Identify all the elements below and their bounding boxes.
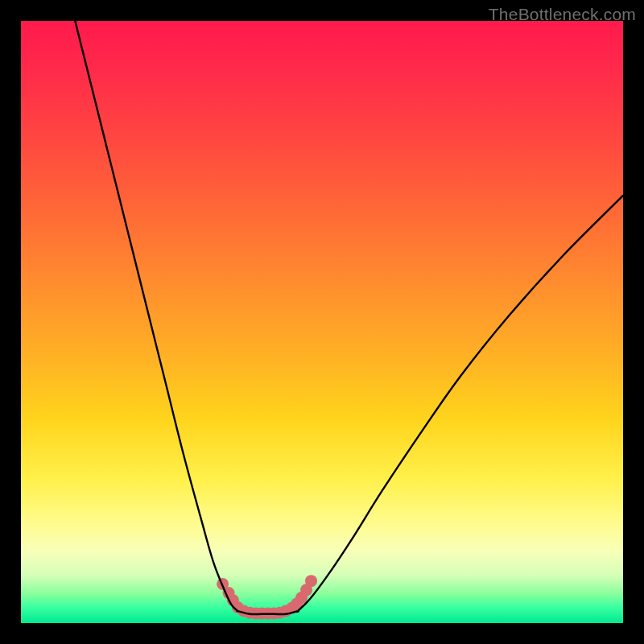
highlight-markers bbox=[217, 575, 317, 619]
watermark-text: TheBottleneck.com bbox=[489, 5, 636, 24]
marker-dot bbox=[305, 575, 317, 587]
bottleneck-curve bbox=[75, 21, 623, 614]
chart-frame: TheBottleneck.com bbox=[0, 0, 644, 644]
plot-area bbox=[21, 21, 623, 623]
curve-layer bbox=[21, 21, 623, 623]
